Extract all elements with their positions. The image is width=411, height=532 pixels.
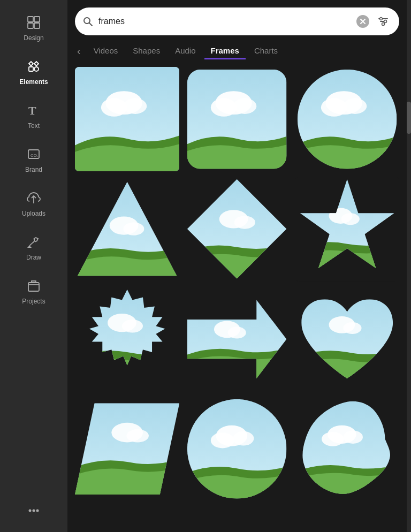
sidebar-item-design[interactable]: Design xyxy=(0,5,67,49)
svg-point-32 xyxy=(211,98,237,117)
svg-point-22 xyxy=(384,20,387,23)
sidebar-item-text-label: Text xyxy=(28,122,40,130)
frame-diamond[interactable] xyxy=(185,177,289,281)
sidebar-item-uploads[interactable]: Uploads xyxy=(0,181,67,225)
frame-badge[interactable] xyxy=(75,287,179,391)
sidebar-item-elements-label: Elements xyxy=(19,78,48,86)
tabs-back-button[interactable]: ‹ xyxy=(73,43,85,59)
tab-videos[interactable]: Videos xyxy=(87,43,125,59)
svg-rect-56 xyxy=(185,287,289,391)
frame-arrow[interactable] xyxy=(185,287,289,391)
search-clear-button[interactable] xyxy=(356,15,369,28)
svg-rect-52 xyxy=(75,287,179,391)
sidebar-item-draw-label: Draw xyxy=(26,254,41,261)
frame-triangle[interactable] xyxy=(75,177,179,281)
frame-parallelogram[interactable] xyxy=(75,397,179,501)
search-icon xyxy=(82,16,93,27)
frame-star[interactable] xyxy=(295,177,399,281)
svg-point-21 xyxy=(380,18,383,20)
sidebar-item-brand[interactable]: CO. Brand xyxy=(0,137,67,181)
svg-point-65 xyxy=(126,429,149,442)
projects-icon xyxy=(24,276,43,295)
tab-charts[interactable]: Charts xyxy=(248,43,284,59)
sidebar-item-draw[interactable]: Draw xyxy=(0,225,67,269)
svg-rect-1 xyxy=(34,17,40,22)
svg-point-27 xyxy=(101,98,127,117)
svg-point-54 xyxy=(122,320,143,332)
svg-rect-4 xyxy=(29,67,33,71)
frame-circle-2[interactable] xyxy=(185,397,289,501)
frame-rectangle[interactable] xyxy=(75,67,179,171)
sidebar-item-design-label: Design xyxy=(24,34,43,42)
svg-point-33 xyxy=(233,98,257,114)
svg-text:CO.: CO. xyxy=(31,153,38,158)
frames-grid xyxy=(67,59,407,532)
elements-icon xyxy=(24,57,43,76)
svg-point-69 xyxy=(211,432,234,448)
svg-rect-10 xyxy=(28,283,39,291)
text-icon: T xyxy=(24,101,43,120)
svg-rect-0 xyxy=(28,17,33,22)
scrollbar-track xyxy=(407,0,411,532)
svg-rect-3 xyxy=(34,23,40,28)
sidebar-item-brand-label: Brand xyxy=(25,166,42,173)
sidebar-item-projects[interactable]: Projects xyxy=(0,269,67,313)
sidebar-more-button[interactable] xyxy=(0,498,67,523)
svg-point-74 xyxy=(343,430,363,443)
svg-point-70 xyxy=(233,431,254,446)
frame-blob[interactable] xyxy=(295,397,399,501)
svg-point-51 xyxy=(341,214,359,225)
svg-point-13 xyxy=(36,510,39,512)
svg-point-28 xyxy=(123,98,147,114)
svg-point-58 xyxy=(228,326,246,338)
sidebar-item-elements[interactable]: Elements xyxy=(0,49,67,93)
svg-point-73 xyxy=(322,432,344,446)
tab-audio[interactable]: Audio xyxy=(169,43,202,59)
sidebar-item-projects-label: Projects xyxy=(22,298,45,305)
frame-rounded-rect[interactable] xyxy=(185,67,289,171)
scrollbar-thumb[interactable] xyxy=(407,102,411,134)
svg-point-38 xyxy=(343,98,367,114)
uploads-icon xyxy=(24,188,43,208)
brand-icon: CO. xyxy=(24,145,43,164)
main-panel: ‹ Videos Shapes Audio Frames Charts xyxy=(67,0,407,532)
svg-text:T: T xyxy=(28,104,36,117)
svg-point-23 xyxy=(382,23,385,26)
svg-point-46 xyxy=(234,216,255,229)
svg-point-12 xyxy=(33,510,35,512)
svg-line-15 xyxy=(89,23,92,26)
svg-point-11 xyxy=(29,510,32,512)
frame-circle[interactable] xyxy=(295,67,399,171)
search-bar xyxy=(75,7,399,35)
search-filter-button[interactable] xyxy=(375,13,392,30)
frame-heart[interactable] xyxy=(295,287,399,391)
svg-point-42 xyxy=(123,223,144,235)
sidebar: Design Elements T Text CO. xyxy=(0,0,67,532)
design-icon xyxy=(24,13,43,32)
search-input[interactable] xyxy=(98,17,351,26)
sidebar-item-text[interactable]: T Text xyxy=(0,93,67,137)
svg-point-61 xyxy=(343,322,361,334)
svg-rect-2 xyxy=(28,23,33,28)
filter-tabs: ‹ Videos Shapes Audio Frames Charts xyxy=(67,35,407,59)
tab-frames[interactable]: Frames xyxy=(204,43,246,59)
svg-point-5 xyxy=(34,67,39,71)
sidebar-item-uploads-label: Uploads xyxy=(22,210,45,217)
search-bar-wrap xyxy=(67,0,407,35)
tab-shapes[interactable]: Shapes xyxy=(126,43,166,59)
svg-point-37 xyxy=(321,98,347,117)
draw-icon xyxy=(24,232,43,252)
